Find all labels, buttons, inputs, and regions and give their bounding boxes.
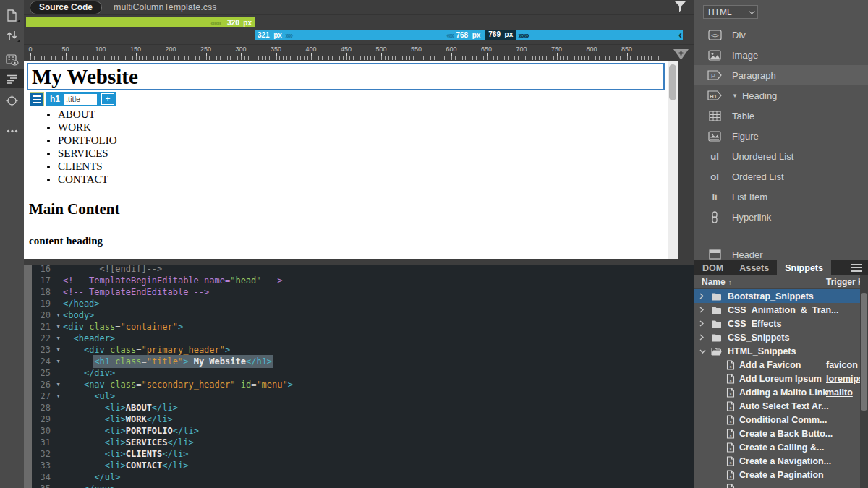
code-line: 23▼<div class="primary_header"> [24, 344, 694, 356]
design-nav-item: WORK [58, 121, 117, 134]
insert-item-list-item[interactable]: liList Item [694, 187, 868, 207]
snippet-row[interactable]: sCreate a Navigation... [694, 454, 868, 468]
insert-item-unordered-list[interactable]: ulUnordered List [694, 146, 868, 166]
insert-item-table[interactable]: Table [694, 106, 868, 126]
chevrons-left-icon [446, 30, 453, 40]
insert-item-figure[interactable]: Figure [694, 126, 868, 146]
file-transfer-icon[interactable] [0, 26, 24, 45]
media-query-320[interactable]: 320 px [26, 17, 255, 27]
heading-icon: H1 [707, 90, 723, 100]
fold-arrow-icon[interactable]: ▼ [54, 379, 63, 390]
design-scrollbar[interactable] [668, 61, 678, 259]
folder-label: CSS_Animation_&_Tran... [728, 305, 839, 315]
live-source-icon[interactable] [0, 51, 24, 69]
insert-item-heading[interactable]: H1▼Heading [694, 85, 868, 106]
insert-item-label: Ordered List [732, 171, 784, 182]
fold-arrow-icon[interactable]: ▼ [54, 344, 63, 356]
snippets-scrollbar-thumb[interactable] [861, 293, 867, 411]
snippet-folder-row[interactable]: Bootstrap_Snippets [694, 289, 860, 303]
snippets-scrollbar[interactable] [860, 275, 868, 488]
insert-item-label: Paragraph [732, 70, 776, 81]
fold-arrow-icon[interactable]: ▼ [54, 390, 63, 402]
chevron-right-icon[interactable] [699, 334, 704, 341]
chevron-down-icon[interactable] [699, 349, 706, 354]
chevron-right-icon[interactable] [699, 307, 704, 313]
fold-arrow-icon[interactable]: ▼ [54, 356, 63, 367]
snippet-row[interactable]: sAdd a Faviconfavicon [694, 358, 868, 372]
line-number: 21 [32, 321, 54, 333]
insert-item-header[interactable]: Header [694, 244, 868, 260]
line-number: 22 [32, 333, 54, 344]
inspect-icon[interactable] [0, 91, 24, 110]
fold-arrow-icon[interactable]: ▼ [54, 333, 63, 344]
paragraph-icon: P [707, 70, 723, 80]
snippet-icon: s [726, 429, 735, 439]
snippet-trigger-key[interactable]: loremips [826, 374, 864, 384]
snippet-label: Add Loreum Ipsum [739, 374, 822, 384]
dropdown-triangle-icon[interactable]: ▼ [732, 93, 738, 99]
main-content-heading: Main Content [29, 200, 119, 218]
element-menu-button[interactable] [30, 92, 44, 106]
element-tag-label[interactable]: h1 [48, 94, 64, 104]
more-icon[interactable] [0, 121, 24, 140]
insert-item-div[interactable]: <>Div [694, 25, 868, 45]
insert-item-ordered-list[interactable]: olOrdered List [694, 166, 868, 187]
viewport-resize-handle[interactable] [673, 49, 689, 63]
new-file-icon[interactable] [0, 6, 24, 25]
snippet-row[interactable]: sAdd Loreum Ipsumloremips [694, 372, 868, 385]
filter-funnel-icon[interactable] [674, 1, 686, 15]
media-query-321-768[interactable]: 321 px 768 px 769 px ‹ [255, 30, 683, 40]
code-line: 27▼<ul> [24, 390, 694, 402]
snippet-row[interactable]: sConditional Comm... [694, 413, 868, 427]
chevron-right-icon[interactable] [699, 320, 704, 327]
element-class-input[interactable] [64, 94, 97, 105]
insert-item-image[interactable]: Image [694, 45, 868, 65]
related-file-tab[interactable]: multiColumnTemplate.css [114, 2, 216, 12]
snippet-label: Auto Select Text Ar... [739, 401, 829, 411]
snippet-row[interactable]: sCreate a Pagination [694, 468, 868, 481]
snippet-folder-row[interactable]: CSS_Effects [694, 317, 868, 330]
snippet-row[interactable]: sAdding a Mailto Linkmailto [694, 385, 868, 399]
line-number: 19 [32, 298, 54, 309]
code-text: <li>PORTFOLIO</li> [63, 426, 199, 436]
snippet-row[interactable]: sCreate a Calling &... [694, 440, 868, 454]
code-view[interactable]: 16<![endif]-->17<!-- TemplateBeginEditab… [24, 265, 694, 488]
line-number: 25 [32, 367, 54, 379]
snippet-label: Create a Pagination [739, 470, 824, 480]
snippet-folder-row[interactable]: CSS_Animation_&_Tran... [694, 303, 868, 317]
tab-assets[interactable]: Assets [731, 260, 777, 275]
snippet-row[interactable]: sCreate a Back Butto... [694, 427, 868, 440]
snippet-trigger-key[interactable]: mailto [826, 388, 853, 398]
tab-dom[interactable]: DOM [694, 260, 731, 275]
code-left-strip [24, 265, 32, 488]
chevron-right-icon[interactable] [699, 293, 704, 299]
insert-item-paragraph[interactable]: PParagraph [694, 65, 868, 85]
header-icon [707, 249, 723, 260]
design-scrollbar-thumb[interactable] [669, 64, 676, 100]
snippet-folder-row[interactable]: CSS_Snippets [694, 330, 868, 344]
snippet-folder-row[interactable]: HTML_Snippets [694, 344, 868, 358]
source-code-button[interactable]: Source Code [30, 1, 102, 14]
column-name[interactable]: Name↑ [694, 277, 732, 287]
panel-menu-icon[interactable] [851, 264, 862, 272]
snippet-icon: s [726, 388, 735, 398]
format-icon[interactable] [0, 69, 24, 88]
tab-snippets[interactable]: Snippets [777, 260, 831, 275]
insert-category-dropdown[interactable]: HTML [703, 5, 758, 19]
fold-arrow-icon[interactable]: ▼ [54, 321, 63, 333]
add-class-button[interactable]: + [101, 93, 114, 105]
right-panel: HTML <>DivImagePParagraphH1▼HeadingTable… [694, 0, 868, 488]
sort-up-icon: ↑ [728, 278, 732, 286]
hyperlink-icon [707, 211, 723, 223]
design-view: My Website h1 + ABOUTWORKPORTFOLIOSERVIC… [24, 61, 678, 259]
media-queries-bar: 320 px 321 px 768 px 769 px ‹ [24, 15, 694, 45]
snippet-row[interactable]: s [694, 481, 868, 488]
media-query-769-badge[interactable]: 769 px [485, 30, 516, 40]
line-number: 28 [32, 402, 54, 414]
snippet-trigger-key[interactable]: favicon [826, 360, 858, 370]
snippet-row[interactable]: sAuto Select Text Ar... [694, 399, 868, 413]
code-text: <li>WORK</li> [63, 414, 173, 424]
insert-item-hyperlink[interactable]: Hyperlink [694, 207, 868, 227]
fold-arrow-icon[interactable]: ▼ [54, 309, 63, 321]
folder-open-icon [711, 347, 723, 356]
